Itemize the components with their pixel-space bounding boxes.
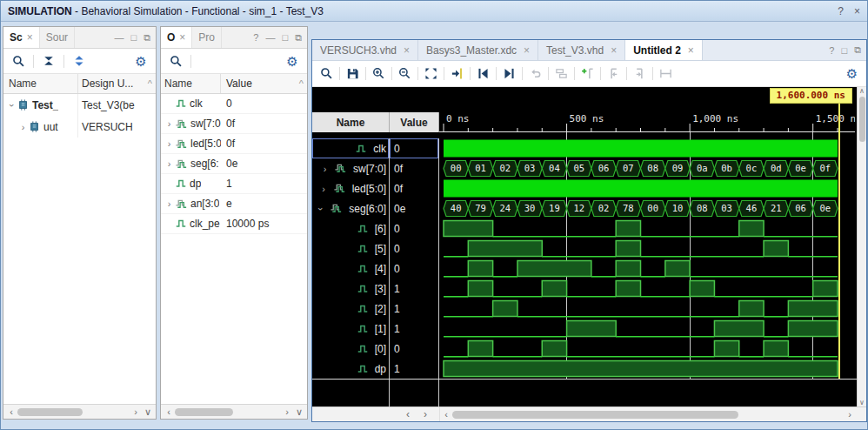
maximize-icon[interactable]: □: [130, 32, 137, 43]
wave-signal-name[interactable]: › sw[7:0]: [312, 158, 389, 178]
chevron-right-icon[interactable]: ›: [164, 138, 174, 149]
object-row[interactable]: › an[3:0 e: [161, 194, 307, 214]
scroll-down-icon[interactable]: ∨: [859, 399, 865, 406]
scroll-down-icon[interactable]: ∨: [142, 406, 154, 419]
prev-marker-icon[interactable]: [604, 64, 624, 84]
close-icon[interactable]: ×: [179, 31, 185, 44]
object-row[interactable]: › sw[7:0 0f: [161, 114, 307, 134]
close-icon[interactable]: ×: [854, 5, 860, 17]
waveform-row[interactable]: 4079243019120278001008034621060e: [439, 198, 855, 218]
scroll-left-icon[interactable]: ‹: [163, 406, 175, 419]
wave-signal-name[interactable]: › [4]: [312, 259, 389, 279]
editor-tab-1[interactable]: Basys3_Master.xdc ×: [418, 40, 538, 60]
chevron-right-icon[interactable]: ›: [18, 122, 28, 132]
scroll-left-icon[interactable]: ‹: [5, 406, 17, 419]
wave-signal-value[interactable]: 1: [390, 359, 438, 379]
settings-gear-icon[interactable]: ⚙: [131, 51, 150, 71]
wave-h-scrollbar[interactable]: ‹ › ‹ ›: [312, 406, 866, 421]
wave-signal-value[interactable]: 0: [390, 259, 438, 279]
zoom-out-icon[interactable]: [395, 64, 415, 84]
wave-signal-value[interactable]: 0: [390, 138, 438, 158]
close-icon[interactable]: ×: [611, 44, 617, 57]
chevron-right-icon[interactable]: ›: [164, 158, 174, 169]
chevron-right-icon[interactable]: ›: [319, 184, 329, 194]
reorder-icon[interactable]: [551, 64, 571, 84]
tab-scope[interactable]: Sc ×: [3, 27, 40, 48]
objects-column-header[interactable]: Name Value ^: [161, 74, 307, 94]
chevron-right-icon[interactable]: ›: [164, 118, 174, 129]
scrollbar-thumb[interactable]: [17, 408, 83, 416]
float-icon[interactable]: ⧉: [854, 44, 861, 56]
float-icon[interactable]: ⧉: [144, 32, 150, 44]
wave-signal-value[interactable]: 0e: [390, 198, 438, 218]
expand-all-icon[interactable]: [70, 51, 89, 71]
close-icon[interactable]: ×: [688, 44, 694, 57]
settings-gear-icon[interactable]: ⚙: [842, 64, 862, 84]
maximize-icon[interactable]: □: [841, 45, 847, 56]
column-name[interactable]: Name: [3, 74, 78, 93]
object-row[interactable]: › clk 0: [161, 94, 307, 114]
wave-signal-name[interactable]: › seg[6:0]: [312, 198, 389, 218]
close-icon[interactable]: ×: [27, 31, 33, 44]
wave-v-scrollbar[interactable]: ∧ ∨: [857, 87, 866, 406]
search-icon[interactable]: [317, 64, 337, 84]
add-marker-icon[interactable]: [578, 64, 598, 84]
column-name[interactable]: Name: [161, 74, 221, 93]
minimize-icon[interactable]: —: [114, 32, 124, 43]
objects-h-scrollbar[interactable]: ‹ › ∨: [161, 404, 307, 419]
tab-protocol[interactable]: Pro: [192, 27, 222, 48]
zoom-in-icon[interactable]: [369, 64, 389, 84]
waveform-row[interactable]: [439, 218, 855, 239]
waveform-row[interactable]: 000102030405060708090a0b0c0d0e0f: [439, 158, 855, 178]
scroll-left-icon[interactable]: ‹: [440, 408, 452, 421]
wave-signal-name[interactable]: › dp: [312, 359, 389, 379]
zoom-fit-icon[interactable]: [421, 64, 441, 84]
wave-signal-value[interactable]: 1: [390, 319, 438, 339]
collapse-all-icon[interactable]: [39, 51, 58, 71]
scrollbar-thumb[interactable]: [859, 97, 865, 142]
waveform-row[interactable]: [439, 259, 855, 279]
search-icon[interactable]: [166, 51, 185, 71]
scroll-right-icon[interactable]: ›: [130, 406, 142, 419]
next-transition-icon[interactable]: [499, 64, 519, 84]
waveform-row[interactable]: [439, 239, 855, 259]
wave-signal-value[interactable]: 0f: [390, 158, 438, 178]
measure-icon[interactable]: [656, 64, 676, 84]
wave-signal-value[interactable]: 1: [390, 299, 438, 319]
wave-signal-name[interactable]: › [2]: [312, 299, 389, 319]
undo-zoom-icon[interactable]: [525, 64, 545, 84]
close-icon[interactable]: ×: [404, 44, 410, 57]
object-row[interactable]: › dp 1: [161, 174, 307, 194]
chevron-right-icon[interactable]: ›: [164, 198, 174, 209]
waveform-row[interactable]: [439, 178, 855, 198]
wave-column-value[interactable]: Value: [390, 112, 439, 132]
scope-h-scrollbar[interactable]: ‹ › ∨: [3, 404, 156, 419]
waveform-row[interactable]: [439, 319, 855, 339]
scope-column-header[interactable]: Name Design U... ^: [3, 74, 156, 94]
wave-signal-name[interactable]: › clk: [312, 138, 389, 158]
editor-tab-2[interactable]: Test_V3.vhd ×: [538, 40, 625, 60]
name-column-scrollbar[interactable]: ‹ ›: [312, 407, 440, 421]
scroll-right-icon[interactable]: ›: [844, 408, 856, 421]
float-icon[interactable]: ⧉: [295, 32, 302, 44]
scroll-down-icon[interactable]: ∨: [293, 406, 305, 419]
maximize-icon[interactable]: □: [282, 32, 288, 43]
close-icon[interactable]: ×: [524, 44, 530, 57]
help-icon[interactable]: ?: [829, 45, 834, 56]
time-cursor[interactable]: [838, 101, 840, 379]
wave-signal-value[interactable]: 0: [390, 218, 438, 239]
scroll-right-icon[interactable]: ›: [424, 408, 427, 420]
scrollbar-thumb[interactable]: [175, 408, 233, 416]
chevron-right-icon[interactable]: ›: [320, 164, 330, 174]
object-row[interactable]: › clk_pe 10000 ps: [161, 214, 307, 234]
settings-gear-icon[interactable]: ⚙: [283, 51, 302, 71]
wave-column-name[interactable]: Name: [312, 112, 390, 132]
minimize-icon[interactable]: —: [265, 32, 275, 43]
waveform-row[interactable]: [439, 138, 855, 158]
wave-signal-name[interactable]: › led[5:0]: [312, 178, 389, 198]
save-icon[interactable]: [343, 64, 363, 84]
wave-signal-value[interactable]: 0f: [390, 178, 438, 198]
scope-tree-row[interactable]: › Test_ Test_V3(be: [3, 94, 156, 116]
wave-signal-value[interactable]: 1: [390, 279, 438, 299]
scroll-right-icon[interactable]: ›: [281, 406, 293, 419]
